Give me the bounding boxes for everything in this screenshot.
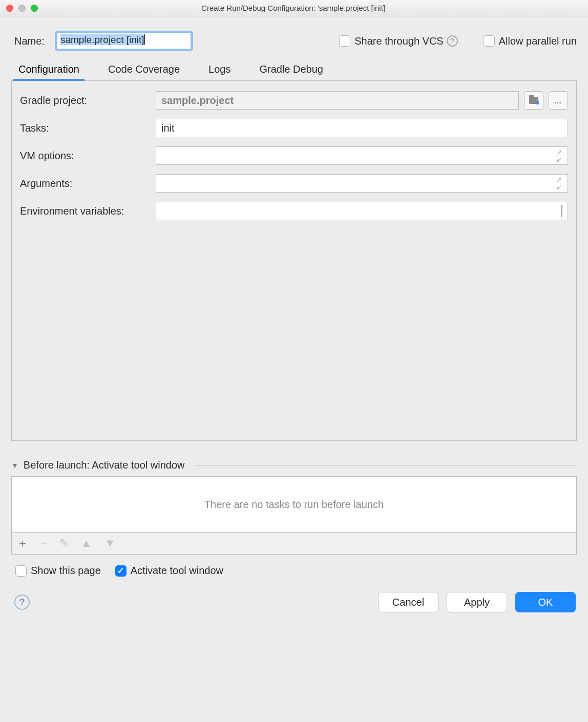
vm-options-input[interactable]: ↗↙ <box>156 146 568 165</box>
window-title: Create Run/Debug Configuration: 'sample.… <box>0 4 588 12</box>
move-down-button[interactable]: ▼ <box>104 537 116 550</box>
tasks-label: Tasks: <box>20 122 151 134</box>
gradle-project-input[interactable]: sample.project <box>156 91 519 110</box>
before-launch-list: There are no tasks to run before launch <box>11 476 577 533</box>
tabs: Configuration Code Coverage Logs Gradle … <box>0 60 588 80</box>
move-up-button[interactable]: ▲ <box>81 537 92 550</box>
tab-gradle-debug[interactable]: Gradle Debug <box>255 60 327 80</box>
show-this-page-label: Show this page <box>31 565 101 577</box>
share-vcs-help-icon[interactable]: ? <box>447 35 458 47</box>
titlebar: Create Run/Debug Configuration: 'sample.… <box>0 0 588 16</box>
before-launch-disclosure[interactable]: ▼ <box>11 461 18 470</box>
tab-logs[interactable]: Logs <box>204 60 235 80</box>
remove-task-button[interactable]: − <box>40 537 47 550</box>
gradle-project-value: sample.project <box>161 95 234 107</box>
show-this-page-checkbox[interactable] <box>15 565 27 577</box>
add-task-button[interactable]: ＋ <box>17 536 28 551</box>
tasks-input[interactable]: init <box>156 119 568 137</box>
divider <box>195 465 577 465</box>
folder-icon <box>529 97 538 104</box>
configuration-panel: Gradle project: sample.project … Tasks: … <box>11 80 577 441</box>
gradle-project-more-button[interactable]: … <box>549 91 568 110</box>
apply-button[interactable]: Apply <box>447 592 507 612</box>
env-vars-label: Environment variables: <box>20 205 151 217</box>
allow-parallel-label: Allow parallel run <box>499 35 577 47</box>
activate-tool-window-checkbox[interactable] <box>115 565 127 577</box>
share-vcs-checkbox[interactable] <box>339 35 350 47</box>
allow-parallel-checkbox[interactable] <box>484 35 495 47</box>
gradle-project-browse-button[interactable] <box>524 91 543 110</box>
ok-button[interactable]: OK <box>515 592 576 612</box>
env-vars-input[interactable] <box>156 202 568 220</box>
arguments-label: Arguments: <box>20 178 151 189</box>
name-label: Name: <box>14 35 45 47</box>
help-button[interactable]: ? <box>14 594 30 610</box>
tasks-value: init <box>161 122 175 134</box>
edit-task-button[interactable]: ✎ <box>59 537 69 550</box>
env-vars-browse-icon[interactable] <box>561 205 562 217</box>
vm-options-label: VM options: <box>20 150 151 162</box>
tab-code-coverage[interactable]: Code Coverage <box>104 60 184 80</box>
activate-tool-window-label: Activate tool window <box>131 565 223 577</box>
before-launch-empty-text: There are no tasks to run before launch <box>204 499 384 511</box>
before-launch-header: Before launch: Activate tool window <box>24 459 185 471</box>
tab-configuration[interactable]: Configuration <box>14 60 83 80</box>
share-vcs-label: Share through VCS <box>354 35 443 47</box>
expand-icon[interactable]: ↗↙ <box>556 148 562 163</box>
arguments-input[interactable]: ↗↙ <box>156 174 568 193</box>
cancel-button[interactable]: Cancel <box>378 592 438 612</box>
name-input[interactable]: sample.project [init] <box>57 33 191 49</box>
gradle-project-label: Gradle project: <box>20 95 151 107</box>
expand-icon[interactable]: ↗↙ <box>556 176 562 190</box>
list-icon <box>561 205 562 217</box>
